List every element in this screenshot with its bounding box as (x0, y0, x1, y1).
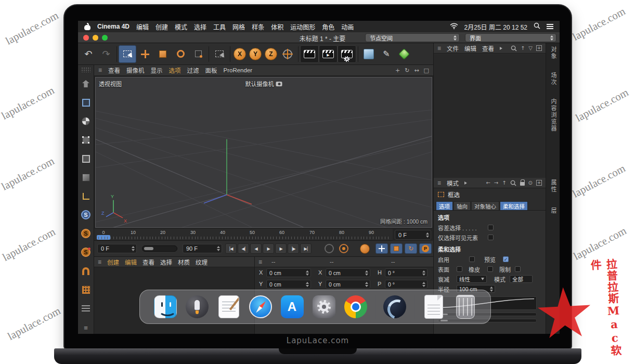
last-tool-button[interactable] (189, 45, 207, 63)
stepper-icon[interactable] (422, 282, 425, 287)
search-icon[interactable] (511, 45, 517, 51)
key-parameter-toggle[interactable]: P (419, 243, 432, 254)
mat-menu-material[interactable]: 材质 (178, 258, 190, 266)
surface-checkbox[interactable] (457, 266, 462, 272)
menu-mograph[interactable]: 运动图形 (290, 22, 315, 31)
scale-tool-button[interactable] (154, 45, 172, 63)
tab-object-axis[interactable]: 对象轴心 (471, 201, 499, 210)
workplane-button[interactable] (78, 280, 94, 299)
close-window-button[interactable] (83, 35, 89, 41)
vp-menu-options[interactable]: 选项 (169, 66, 181, 74)
app-menu[interactable]: Cinema 4D (97, 23, 129, 30)
coord-field[interactable]: 0 ° (385, 280, 427, 289)
stepper-icon[interactable] (306, 270, 309, 276)
menu-overflow-icon[interactable] (464, 181, 467, 185)
visible-only-checkbox[interactable] (488, 235, 494, 240)
move-tool-button[interactable] (136, 45, 154, 63)
viewport-rotate-icon[interactable]: ↻ (405, 67, 409, 74)
dock-trash-icon[interactable] (453, 294, 478, 320)
timeline-ruler[interactable]: 0 10 20 30 40 50 60 70 80 90 (94, 229, 393, 241)
stepper-icon[interactable] (365, 270, 368, 276)
coordinates-menu-icon[interactable]: ≡ (258, 258, 262, 266)
object-manager-menu-icon[interactable]: ≡ (437, 45, 441, 52)
menu-volume[interactable]: 体积 (271, 22, 283, 31)
stepper-icon[interactable] (422, 270, 425, 276)
stepper-icon[interactable] (426, 232, 429, 238)
menu-spline[interactable]: 样条 (252, 22, 264, 31)
viewport-maximize-icon[interactable]: □ (424, 67, 429, 74)
node-space-select[interactable]: 节点空间 (365, 33, 460, 42)
material-menu-icon[interactable]: ≡ (98, 258, 101, 266)
tab-options[interactable]: 选项 (436, 201, 453, 210)
lock-icon[interactable] (520, 182, 525, 186)
prev-frame-button[interactable]: ◀ (250, 243, 262, 254)
tolerant-selection-checkbox[interactable] (488, 225, 494, 230)
spline-pen-button[interactable]: ✎ (378, 45, 395, 63)
vp-menu-prorender[interactable]: ProRender (224, 67, 253, 73)
render-view-button[interactable] (300, 45, 319, 63)
dock-finder-icon[interactable] (153, 294, 178, 320)
toolbar-grip-handle[interactable] (81, 67, 90, 72)
enable-axis-button[interactable] (78, 187, 94, 205)
dock-system-preferences-icon[interactable] (312, 294, 336, 320)
vp-menu-filter[interactable]: 过滤 (187, 66, 199, 74)
menu-mesh[interactable]: 网格 (232, 22, 245, 31)
key-rotation-toggle[interactable]: ↻ (405, 243, 417, 254)
viewport-snap-button[interactable]: S (78, 205, 94, 224)
limit-checkbox[interactable] (515, 266, 521, 272)
left-toolbar-menu-icon[interactable]: ≡ (84, 324, 88, 332)
stepper-icon[interactable] (365, 282, 368, 287)
spotlight-search-icon[interactable] (534, 22, 540, 31)
play-button[interactable]: ▶ (263, 243, 274, 254)
rotate-tool-button[interactable] (172, 45, 189, 63)
enable-checkbox[interactable] (469, 256, 475, 262)
filter-icon[interactable]: ▽ (528, 45, 533, 51)
undo-button[interactable]: ↶ (80, 45, 97, 63)
object-list[interactable] (434, 54, 546, 178)
redo-button[interactable]: ↷ (97, 45, 115, 63)
add-primitive-cube-button[interactable] (360, 45, 378, 63)
menu-animate[interactable]: 动画 (341, 22, 354, 31)
tab-objects[interactable]: 对象 (549, 46, 558, 60)
minimize-window-button[interactable] (93, 35, 98, 41)
goto-start-button[interactable]: |◀ (225, 243, 237, 254)
lock-z-axis-button[interactable]: Z (263, 45, 279, 63)
history-forward-icon[interactable]: → (494, 180, 498, 186)
snap-settings-button[interactable]: S (78, 224, 94, 243)
om-menu-view[interactable]: 查看 (482, 44, 494, 53)
render-settings-button[interactable] (338, 45, 356, 63)
menu-tools[interactable]: 工具 (213, 22, 226, 31)
vp-menu-display[interactable]: 显示 (151, 66, 163, 74)
next-key-button[interactable]: |▶ (288, 243, 299, 254)
magnet-snap-button[interactable] (78, 262, 94, 280)
viewport-menu-icon[interactable]: ≡ (98, 67, 102, 74)
vp-menu-camera[interactable]: 摄像机 (126, 66, 145, 74)
polygons-mode-button[interactable] (78, 168, 94, 187)
coord-field[interactable]: 0 cm (326, 280, 370, 289)
dock-document-icon[interactable] (421, 294, 446, 320)
record-on-button[interactable] (339, 244, 348, 253)
add-material-button[interactable] (395, 45, 413, 63)
key-scale-toggle[interactable] (390, 243, 403, 254)
add-panel-icon[interactable]: + (536, 180, 542, 186)
tab-takes[interactable]: 场次 (549, 72, 558, 86)
viewport-zoom-icon[interactable]: ↔ (414, 67, 419, 74)
current-frame-field[interactable]: 0 F (395, 230, 431, 240)
rubber-checkbox[interactable] (487, 266, 493, 272)
coordinate-system-button[interactable] (279, 45, 296, 63)
lock-x-axis-button[interactable]: X (232, 45, 248, 63)
points-mode-button[interactable] (78, 131, 94, 149)
focus-icon[interactable]: ⊙ (528, 180, 533, 186)
stepper-icon[interactable] (306, 282, 309, 287)
coord-field[interactable]: 0 cm (266, 280, 311, 289)
falloff-select[interactable]: 线性 (457, 275, 487, 283)
menu-select[interactable]: 选择 (194, 22, 206, 31)
mat-menu-select[interactable]: 选择 (160, 258, 172, 266)
texture-mode-button[interactable] (78, 112, 94, 131)
layout-select[interactable]: 界面 (465, 33, 556, 42)
wifi-icon[interactable] (450, 23, 458, 31)
end-frame-field[interactable]: 90 F (183, 244, 222, 253)
goto-end-button[interactable]: ▶| (300, 243, 312, 254)
rectangle-selection-button[interactable] (211, 45, 228, 63)
search-icon[interactable] (510, 180, 516, 186)
